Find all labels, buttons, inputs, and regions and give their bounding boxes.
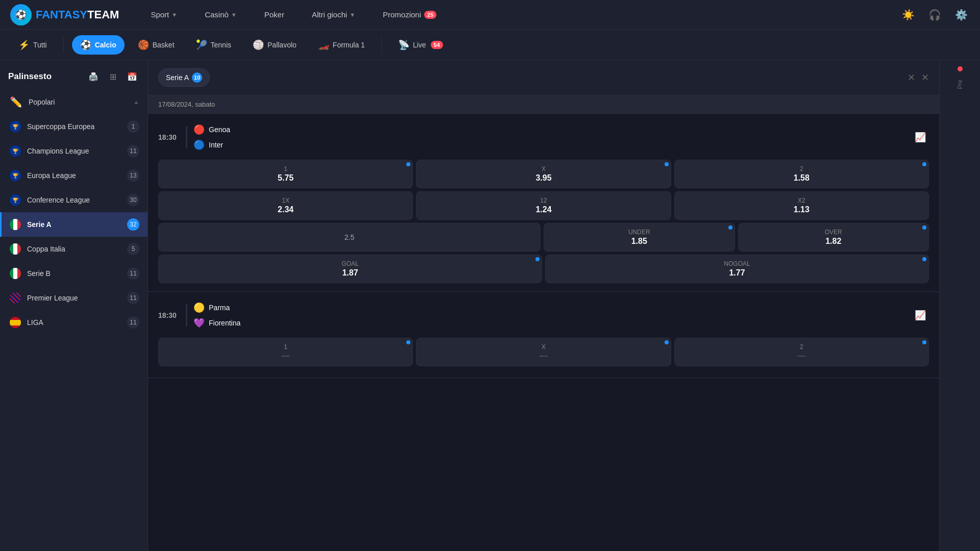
sport-pallavolo-button[interactable]: 🏐 Pallavolo: [244, 35, 305, 55]
parma-icon: 🟡: [193, 302, 205, 313]
odds-parma-2-label: 2: [800, 343, 803, 350]
match-2-time: 18:30: [158, 311, 180, 319]
logo[interactable]: ⚽ FANTASYTEAM: [10, 4, 119, 26]
odds-12-button[interactable]: 12 1.24: [416, 191, 671, 220]
premier-count: 11: [127, 292, 139, 304]
sidebar-item-seriea[interactable]: Serie A 32: [0, 212, 148, 237]
nogoal-button[interactable]: NOGOAL 1.77: [545, 255, 929, 283]
sport-basket-button[interactable]: 🏀 Basket: [130, 35, 183, 55]
nav-casino[interactable]: Casinò ▼: [199, 6, 243, 23]
sport-calcio-button[interactable]: ⚽ Calcio: [72, 35, 125, 55]
odds-parma-2-indicator: [922, 340, 926, 344]
sidebar-print-button[interactable]: 🖨️: [86, 69, 101, 84]
sidebar-item-conference-label: Conference League: [27, 196, 121, 204]
goal-button[interactable]: GOAL 1.87: [158, 255, 542, 283]
sidebar: Palinsesto 🖨️ ⊞ 📅 ✏️ Popolari ▲ 🏆 Superc…: [0, 60, 148, 551]
match-genoa-inter: 18:30 🔴 Genoa 🔵 Inter 📈: [148, 114, 939, 292]
nav-promozioni[interactable]: Promozioni 25: [377, 6, 443, 23]
odds-parma-x-label: X: [542, 343, 546, 350]
sport-basket-label: Basket: [153, 41, 175, 49]
odds-1x-value: 2.34: [278, 205, 293, 214]
odds-1-button[interactable]: 1 5.75: [158, 160, 413, 188]
odds-1x-button[interactable]: 1X 2.34: [158, 191, 413, 220]
odds-parma-1-button[interactable]: 1 —: [158, 338, 413, 366]
sport-tennis-button[interactable]: 🎾 Tennis: [188, 35, 239, 55]
sidebar-item-seriea-label: Serie A: [27, 220, 121, 229]
odds-x2-label: X2: [798, 197, 805, 204]
match-1-stats-button[interactable]: 📈: [912, 129, 929, 146]
sidebar-item-conference[interactable]: 🏆 Conference League 30: [0, 188, 148, 212]
sidebar-item-supercoppa-label: Supercoppa Europea: [27, 122, 121, 131]
nav-sport[interactable]: Sport ▼: [144, 6, 183, 23]
support-button[interactable]: 🎧: [926, 6, 943, 23]
odds-2-indicator: [922, 162, 926, 166]
parma-name: Parma: [209, 304, 230, 312]
sidebar-item-serieb[interactable]: Serie B 11: [0, 261, 148, 286]
sidebar-header: Palinsesto 🖨️ ⊞ 📅: [0, 60, 148, 90]
over-value: 1.82: [825, 237, 841, 246]
sport-tutti-button[interactable]: ⚡ Tutti: [10, 35, 55, 55]
sidebar-item-coppa[interactable]: Coppa Italia 5: [0, 237, 148, 261]
under-button[interactable]: UNDER 1.85: [544, 223, 735, 252]
coppa-count: 5: [127, 243, 139, 255]
right-panel: Pre: [939, 60, 980, 551]
odds-1-label: 1: [284, 165, 287, 172]
top-navigation: ⚽ FANTASYTEAM Sport ▼ Casinò ▼ Poker Alt…: [0, 0, 980, 30]
pal-close-button-1[interactable]: ✕: [908, 72, 915, 83]
odds-1-value: 5.75: [278, 173, 293, 183]
match-1-teams: 🔴 Genoa 🔵 Inter: [193, 122, 905, 153]
theme-toggle-button[interactable]: ☀️: [899, 6, 917, 23]
odds-x2-button[interactable]: X2 1.13: [674, 191, 929, 220]
match-2-odds-row1: 1 — X — 2 —: [158, 338, 929, 366]
odds-parma-x-value: —: [540, 352, 548, 361]
pal-close-button-2[interactable]: ✕: [921, 72, 929, 83]
nav-sport-label: Sport: [151, 10, 169, 19]
nav-altri-giochi[interactable]: Altri giochi ▼: [306, 6, 361, 23]
sport-formula1-label: Formula 1: [333, 41, 365, 49]
sidebar-item-premier[interactable]: Premier League 11: [0, 286, 148, 310]
match-1-header: 18:30 🔴 Genoa 🔵 Inter 📈: [158, 122, 929, 153]
odds-parma-x-button[interactable]: X —: [416, 338, 671, 366]
tutti-icon: ⚡: [18, 39, 30, 51]
sidebar-item-supercoppa[interactable]: 🏆 Supercoppa Europea 1: [0, 114, 148, 139]
handicap-button[interactable]: 2.5: [158, 223, 541, 252]
serie-a-tab[interactable]: Serie A 10: [158, 68, 210, 87]
seriea-count: 32: [127, 218, 139, 231]
settings-button[interactable]: ⚙️: [952, 6, 970, 23]
over-indicator: [922, 226, 926, 230]
tennis-icon: 🎾: [196, 39, 207, 51]
sport-formula1-button[interactable]: 🏎️ Formula 1: [310, 35, 373, 55]
odds-parma-2-button[interactable]: 2 —: [674, 338, 929, 366]
sidebar-item-premier-label: Premier League: [27, 294, 121, 302]
odds-parma-2-value: —: [797, 352, 805, 361]
serieb-count: 11: [127, 267, 139, 280]
goal-value: 1.87: [342, 268, 358, 278]
match-1-divider: [186, 126, 187, 148]
sidebar-item-serieb-label: Serie B: [27, 269, 121, 278]
sidebar-layout-button[interactable]: ⊞: [106, 69, 120, 84]
sidebar-item-europa[interactable]: 🏆 Europa League 13: [0, 163, 148, 188]
sport-live-button[interactable]: 📡 Live 54: [390, 35, 451, 55]
date-label: 17/08/2024, sabato: [158, 101, 215, 108]
content-area: Serie A 10 ✕ ✕ 17/08/2024, sabato 18:30 …: [148, 60, 939, 551]
nav-poker[interactable]: Poker: [258, 6, 290, 23]
sidebar-item-champions[interactable]: 🏆 Champions League 11: [0, 139, 148, 163]
fiorentina-name: Fiorentina: [209, 319, 240, 327]
sidebar-item-popolari[interactable]: ✏️ Popolari ▲: [0, 90, 148, 114]
odds-parma-1-value: —: [282, 352, 290, 361]
sidebar-title: Palinsesto: [8, 71, 52, 82]
over-button[interactable]: OVER 1.82: [738, 223, 929, 252]
team-inter: 🔵 Inter: [193, 137, 905, 153]
odds-x-button[interactable]: X 3.95: [416, 160, 671, 188]
team-fiorentina: 💜 Fiorentina: [193, 315, 905, 331]
inter-name: Inter: [209, 141, 223, 149]
odds-2-button[interactable]: 2 1.58: [674, 160, 929, 188]
match-2-stats-button[interactable]: 📈: [912, 307, 929, 324]
odds-x2-value: 1.13: [794, 205, 810, 214]
conference-flag-icon: 🏆: [10, 194, 21, 206]
date-header: 17/08/2024, sabato: [148, 95, 939, 114]
sidebar-item-liga[interactable]: LIGA 11: [0, 310, 148, 335]
sidebar-calendar-button[interactable]: 📅: [125, 69, 139, 84]
odds-2-label: 2: [800, 165, 803, 172]
popolari-arrow-icon: ▲: [133, 98, 139, 106]
